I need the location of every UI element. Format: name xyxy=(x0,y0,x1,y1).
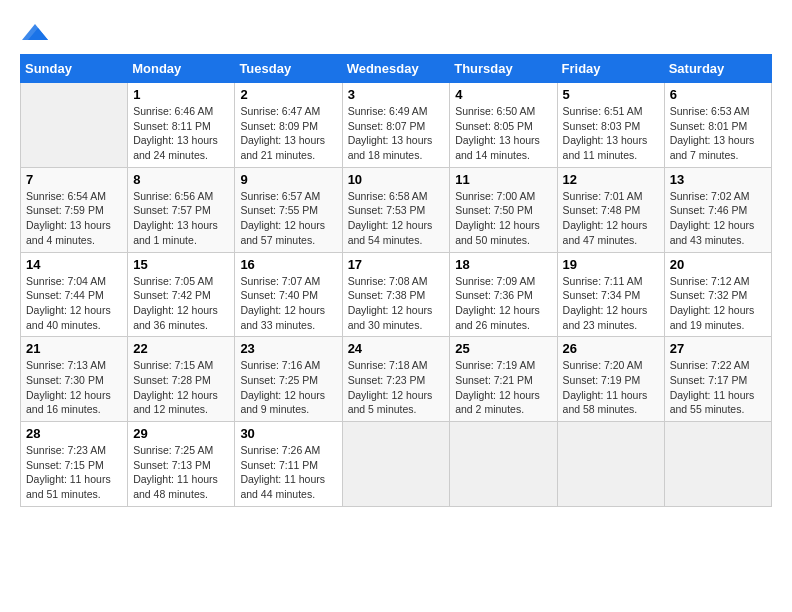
day-info: Sunrise: 7:09 AMSunset: 7:36 PMDaylight:… xyxy=(455,274,551,333)
calendar-cell: 27Sunrise: 7:22 AMSunset: 7:17 PMDayligh… xyxy=(664,337,771,422)
day-number: 28 xyxy=(26,426,122,441)
day-info: Sunrise: 7:19 AMSunset: 7:21 PMDaylight:… xyxy=(455,358,551,417)
day-info: Sunrise: 7:01 AMSunset: 7:48 PMDaylight:… xyxy=(563,189,659,248)
calendar-cell: 26Sunrise: 7:20 AMSunset: 7:19 PMDayligh… xyxy=(557,337,664,422)
calendar-cell: 2Sunrise: 6:47 AMSunset: 8:09 PMDaylight… xyxy=(235,83,342,168)
day-number: 5 xyxy=(563,87,659,102)
day-number: 13 xyxy=(670,172,766,187)
day-number: 19 xyxy=(563,257,659,272)
calendar-cell: 6Sunrise: 6:53 AMSunset: 8:01 PMDaylight… xyxy=(664,83,771,168)
day-info: Sunrise: 6:57 AMSunset: 7:55 PMDaylight:… xyxy=(240,189,336,248)
calendar-cell: 10Sunrise: 6:58 AMSunset: 7:53 PMDayligh… xyxy=(342,167,450,252)
calendar-cell: 16Sunrise: 7:07 AMSunset: 7:40 PMDayligh… xyxy=(235,252,342,337)
calendar-cell: 20Sunrise: 7:12 AMSunset: 7:32 PMDayligh… xyxy=(664,252,771,337)
day-number: 23 xyxy=(240,341,336,356)
day-info: Sunrise: 7:05 AMSunset: 7:42 PMDaylight:… xyxy=(133,274,229,333)
day-info: Sunrise: 6:51 AMSunset: 8:03 PMDaylight:… xyxy=(563,104,659,163)
day-number: 7 xyxy=(26,172,122,187)
day-number: 8 xyxy=(133,172,229,187)
weekday-header-thursday: Thursday xyxy=(450,55,557,83)
calendar-cell: 19Sunrise: 7:11 AMSunset: 7:34 PMDayligh… xyxy=(557,252,664,337)
calendar-cell xyxy=(342,422,450,507)
week-row-2: 7Sunrise: 6:54 AMSunset: 7:59 PMDaylight… xyxy=(21,167,772,252)
day-info: Sunrise: 6:47 AMSunset: 8:09 PMDaylight:… xyxy=(240,104,336,163)
calendar-cell xyxy=(557,422,664,507)
day-info: Sunrise: 6:49 AMSunset: 8:07 PMDaylight:… xyxy=(348,104,445,163)
day-info: Sunrise: 7:22 AMSunset: 7:17 PMDaylight:… xyxy=(670,358,766,417)
calendar-cell: 24Sunrise: 7:18 AMSunset: 7:23 PMDayligh… xyxy=(342,337,450,422)
calendar-cell: 12Sunrise: 7:01 AMSunset: 7:48 PMDayligh… xyxy=(557,167,664,252)
day-number: 21 xyxy=(26,341,122,356)
calendar-cell: 5Sunrise: 6:51 AMSunset: 8:03 PMDaylight… xyxy=(557,83,664,168)
day-number: 4 xyxy=(455,87,551,102)
day-info: Sunrise: 6:46 AMSunset: 8:11 PMDaylight:… xyxy=(133,104,229,163)
day-number: 24 xyxy=(348,341,445,356)
day-number: 1 xyxy=(133,87,229,102)
calendar-cell xyxy=(450,422,557,507)
day-number: 22 xyxy=(133,341,229,356)
day-info: Sunrise: 6:56 AMSunset: 7:57 PMDaylight:… xyxy=(133,189,229,248)
calendar-cell: 13Sunrise: 7:02 AMSunset: 7:46 PMDayligh… xyxy=(664,167,771,252)
day-info: Sunrise: 7:07 AMSunset: 7:40 PMDaylight:… xyxy=(240,274,336,333)
day-number: 14 xyxy=(26,257,122,272)
calendar-cell xyxy=(21,83,128,168)
day-number: 2 xyxy=(240,87,336,102)
calendar-cell: 25Sunrise: 7:19 AMSunset: 7:21 PMDayligh… xyxy=(450,337,557,422)
weekday-header-saturday: Saturday xyxy=(664,55,771,83)
day-number: 10 xyxy=(348,172,445,187)
day-number: 18 xyxy=(455,257,551,272)
day-info: Sunrise: 7:16 AMSunset: 7:25 PMDaylight:… xyxy=(240,358,336,417)
day-number: 11 xyxy=(455,172,551,187)
calendar-cell: 8Sunrise: 6:56 AMSunset: 7:57 PMDaylight… xyxy=(128,167,235,252)
logo-icon xyxy=(20,20,50,44)
day-number: 16 xyxy=(240,257,336,272)
calendar-cell: 18Sunrise: 7:09 AMSunset: 7:36 PMDayligh… xyxy=(450,252,557,337)
day-info: Sunrise: 6:54 AMSunset: 7:59 PMDaylight:… xyxy=(26,189,122,248)
weekday-header-wednesday: Wednesday xyxy=(342,55,450,83)
day-info: Sunrise: 6:58 AMSunset: 7:53 PMDaylight:… xyxy=(348,189,445,248)
day-number: 9 xyxy=(240,172,336,187)
day-number: 25 xyxy=(455,341,551,356)
weekday-header-sunday: Sunday xyxy=(21,55,128,83)
day-number: 15 xyxy=(133,257,229,272)
week-row-5: 28Sunrise: 7:23 AMSunset: 7:15 PMDayligh… xyxy=(21,422,772,507)
day-number: 27 xyxy=(670,341,766,356)
day-info: Sunrise: 6:50 AMSunset: 8:05 PMDaylight:… xyxy=(455,104,551,163)
day-info: Sunrise: 7:11 AMSunset: 7:34 PMDaylight:… xyxy=(563,274,659,333)
page-header xyxy=(20,20,772,44)
day-info: Sunrise: 6:53 AMSunset: 8:01 PMDaylight:… xyxy=(670,104,766,163)
day-number: 12 xyxy=(563,172,659,187)
day-number: 3 xyxy=(348,87,445,102)
day-info: Sunrise: 7:00 AMSunset: 7:50 PMDaylight:… xyxy=(455,189,551,248)
calendar-cell: 7Sunrise: 6:54 AMSunset: 7:59 PMDaylight… xyxy=(21,167,128,252)
calendar-cell: 1Sunrise: 6:46 AMSunset: 8:11 PMDaylight… xyxy=(128,83,235,168)
calendar-cell: 28Sunrise: 7:23 AMSunset: 7:15 PMDayligh… xyxy=(21,422,128,507)
day-number: 20 xyxy=(670,257,766,272)
day-info: Sunrise: 7:04 AMSunset: 7:44 PMDaylight:… xyxy=(26,274,122,333)
calendar-cell: 4Sunrise: 6:50 AMSunset: 8:05 PMDaylight… xyxy=(450,83,557,168)
weekday-header-friday: Friday xyxy=(557,55,664,83)
week-row-1: 1Sunrise: 6:46 AMSunset: 8:11 PMDaylight… xyxy=(21,83,772,168)
day-number: 6 xyxy=(670,87,766,102)
day-info: Sunrise: 7:08 AMSunset: 7:38 PMDaylight:… xyxy=(348,274,445,333)
day-info: Sunrise: 7:13 AMSunset: 7:30 PMDaylight:… xyxy=(26,358,122,417)
week-row-4: 21Sunrise: 7:13 AMSunset: 7:30 PMDayligh… xyxy=(21,337,772,422)
day-number: 26 xyxy=(563,341,659,356)
calendar-table: SundayMondayTuesdayWednesdayThursdayFrid… xyxy=(20,54,772,507)
calendar-cell: 22Sunrise: 7:15 AMSunset: 7:28 PMDayligh… xyxy=(128,337,235,422)
calendar-cell: 3Sunrise: 6:49 AMSunset: 8:07 PMDaylight… xyxy=(342,83,450,168)
day-info: Sunrise: 7:26 AMSunset: 7:11 PMDaylight:… xyxy=(240,443,336,502)
day-info: Sunrise: 7:20 AMSunset: 7:19 PMDaylight:… xyxy=(563,358,659,417)
calendar-cell: 30Sunrise: 7:26 AMSunset: 7:11 PMDayligh… xyxy=(235,422,342,507)
weekday-header-row: SundayMondayTuesdayWednesdayThursdayFrid… xyxy=(21,55,772,83)
day-info: Sunrise: 7:18 AMSunset: 7:23 PMDaylight:… xyxy=(348,358,445,417)
calendar-cell: 15Sunrise: 7:05 AMSunset: 7:42 PMDayligh… xyxy=(128,252,235,337)
calendar-cell xyxy=(664,422,771,507)
day-number: 17 xyxy=(348,257,445,272)
day-info: Sunrise: 7:02 AMSunset: 7:46 PMDaylight:… xyxy=(670,189,766,248)
calendar-cell: 14Sunrise: 7:04 AMSunset: 7:44 PMDayligh… xyxy=(21,252,128,337)
week-row-3: 14Sunrise: 7:04 AMSunset: 7:44 PMDayligh… xyxy=(21,252,772,337)
calendar-cell: 21Sunrise: 7:13 AMSunset: 7:30 PMDayligh… xyxy=(21,337,128,422)
calendar-cell: 17Sunrise: 7:08 AMSunset: 7:38 PMDayligh… xyxy=(342,252,450,337)
calendar-cell: 29Sunrise: 7:25 AMSunset: 7:13 PMDayligh… xyxy=(128,422,235,507)
